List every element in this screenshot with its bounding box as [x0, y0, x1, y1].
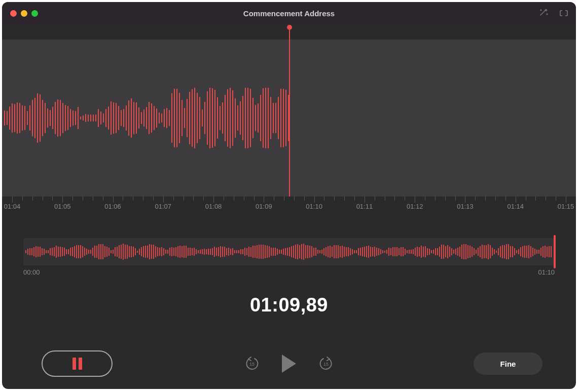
skip-back-seconds: 15	[249, 362, 255, 367]
pause-recording-button[interactable]	[42, 350, 113, 377]
ruler-tick-label: 01:15	[558, 203, 574, 210]
ruler-tick-label: 01:04	[4, 203, 21, 210]
close-window-button[interactable]	[10, 10, 17, 17]
skip-back-button[interactable]: 15	[244, 356, 260, 371]
ruler-tick-label: 01:11	[356, 203, 373, 210]
overview-playhead[interactable]	[554, 235, 556, 268]
ruler-tick-label: 01:14	[507, 203, 524, 210]
svg-line-0	[540, 10, 546, 15]
trim-icon[interactable]	[559, 8, 569, 18]
ruler-tick-label: 01:05	[54, 203, 71, 210]
waveform-overview[interactable]	[23, 238, 555, 265]
ruler-tick-label: 01:06	[104, 203, 121, 210]
skip-forward-button[interactable]: 15	[318, 356, 334, 371]
ruler-tick-label: 01:13	[457, 203, 474, 210]
ruler-tick-label: 01:08	[205, 203, 222, 210]
voice-memos-window: Commencement Address	[2, 2, 576, 389]
enhance-icon[interactable]	[538, 8, 549, 18]
overview-start-label: 00:00	[23, 268, 40, 276]
time-ruler[interactable]: 01:0401:0501:0601:0701:0801:0901:1001:11…	[2, 197, 576, 215]
titlebar: Commencement Address	[2, 2, 576, 24]
transport-controls: 15 15 Fine	[2, 349, 576, 378]
ruler-tick-label: 01:10	[306, 203, 322, 210]
window-traffic-lights	[10, 10, 38, 17]
ruler-tick-label: 01:09	[256, 203, 272, 210]
skip-forward-seconds: 15	[323, 362, 329, 367]
current-time: 01:09,89	[2, 294, 576, 316]
done-button-label: Fine	[500, 360, 516, 368]
done-button[interactable]: Fine	[474, 352, 542, 375]
playhead[interactable]	[289, 27, 290, 203]
overview-end-label: 01:10	[538, 268, 555, 276]
ruler-tick-label: 01:07	[155, 203, 172, 210]
maximize-window-button[interactable]	[31, 10, 38, 17]
minimize-window-button[interactable]	[21, 10, 27, 17]
play-button[interactable]	[282, 355, 296, 373]
ruler-tick-label: 01:12	[407, 203, 423, 210]
window-title: Commencement Address	[2, 9, 576, 18]
pause-icon	[72, 358, 82, 370]
waveform-main-area[interactable]	[2, 40, 576, 197]
